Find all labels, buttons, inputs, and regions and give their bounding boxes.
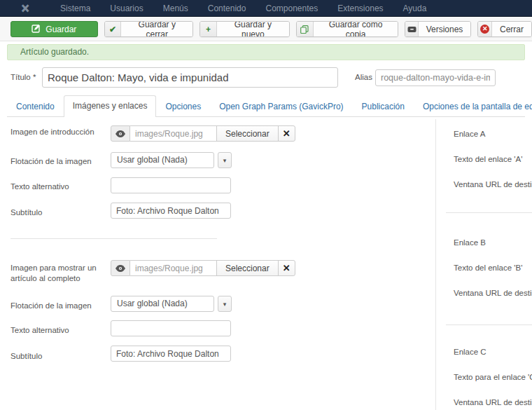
success-alert-message: Artículo guardado. xyxy=(20,47,89,57)
close-label: Cerrar xyxy=(492,22,531,36)
pencil-square-icon xyxy=(31,24,41,35)
full-image-path-input[interactable] xyxy=(130,260,217,276)
intro-image-label: Imagen de introducción xyxy=(10,127,94,137)
links-divider xyxy=(446,212,532,213)
tab-opciones[interactable]: Opciones xyxy=(156,96,210,117)
intro-image-path-input[interactable] xyxy=(130,125,217,142)
intro-image-input-group: Seleccionar ✕ xyxy=(111,125,295,142)
link-b-label: Enlace B xyxy=(454,238,486,247)
edit-toolbar: Guardar ✔ Guardar y cerrar + Guardar y n… xyxy=(0,18,532,41)
link-c-target-label: Ventana URL de destino xyxy=(454,398,532,406)
article-edit-page: ❌︎ Sistema Usuarios Menús Contenido Comp… xyxy=(0,0,532,410)
link-b-target-label: Ventana URL de destino xyxy=(454,289,532,297)
admin-navbar: ❌︎ Sistema Usuarios Menús Contenido Comp… xyxy=(0,0,532,17)
intro-caption-input[interactable] xyxy=(111,203,231,219)
link-b-text-label: Texto del enlace 'B' xyxy=(454,264,522,272)
tab-publicacion[interactable]: Publicación xyxy=(353,96,414,117)
close-button[interactable]: ✕ Cerrar xyxy=(477,21,532,37)
full-caption-label: Subtítulo xyxy=(10,351,42,362)
save-button-label: Guardar xyxy=(46,25,76,34)
joomla-logo-icon[interactable]: ❌︎ xyxy=(0,0,50,17)
save-copy-button[interactable]: Guardar como copia xyxy=(296,21,399,37)
intro-image-select-button[interactable]: Seleccionar xyxy=(216,125,279,142)
link-c-text-label: Texto para el enlace 'C' xyxy=(454,373,532,381)
chevron-down-icon[interactable]: ▾ xyxy=(218,296,232,312)
tab-imagenes-enlaces[interactable]: Imágenes y enlaces xyxy=(64,95,157,117)
full-float-label: Flotación de la imagen xyxy=(10,301,92,311)
menu-sistema[interactable]: Sistema xyxy=(50,0,100,17)
menu-componentes[interactable]: Componentes xyxy=(255,0,328,17)
save-copy-label: Guardar como copia xyxy=(314,22,398,36)
save-close-button[interactable]: ✔ Guardar y cerrar xyxy=(104,21,193,37)
menu-contenido[interactable]: Contenido xyxy=(198,0,256,17)
full-alt-label: Texto alternativo xyxy=(10,325,69,336)
copy-icon xyxy=(297,22,314,36)
alias-label: Alias xyxy=(355,73,372,81)
intro-float-select[interactable]: Usar global (Nada) xyxy=(111,152,214,168)
tab-contenido[interactable]: Contenido xyxy=(7,96,64,117)
save-button[interactable]: Guardar xyxy=(10,21,98,37)
tab-opciones-pantalla[interactable]: Opciones de la pantalla de edición xyxy=(414,96,532,117)
full-image-label: Imagen para mostrar un artículo al compl… xyxy=(10,263,103,284)
full-image-clear-button[interactable]: ✕ xyxy=(278,260,295,276)
links-divider xyxy=(446,324,532,325)
save-close-label: Guardar y cerrar xyxy=(121,22,192,36)
menu-extensiones[interactable]: Extensiones xyxy=(328,0,393,17)
eye-icon xyxy=(111,260,130,276)
tab-open-graph[interactable]: Open Graph Params (GavickPro) xyxy=(210,96,352,117)
intro-caption-label: Subtítulo xyxy=(10,207,42,218)
column-divider xyxy=(435,119,436,410)
intro-image-clear-button[interactable]: ✕ xyxy=(278,125,295,142)
save-new-label: Guardar y nuevo xyxy=(217,22,289,36)
close-circle-icon: ✕ xyxy=(478,22,492,36)
plus-icon: + xyxy=(200,22,217,36)
versions-label: Versiones xyxy=(419,22,471,36)
menu-menus[interactable]: Menús xyxy=(153,0,198,17)
full-alt-input[interactable] xyxy=(111,320,231,336)
link-c-label: Enlace C xyxy=(454,348,486,356)
left-column-divider xyxy=(10,238,217,239)
menu-usuarios[interactable]: Usuarios xyxy=(100,0,153,17)
alias-input[interactable] xyxy=(375,69,496,86)
chevron-down-icon[interactable]: ▾ xyxy=(218,152,232,168)
title-label: Título * xyxy=(10,73,36,81)
full-float-select[interactable]: Usar global (Nada) xyxy=(111,296,214,312)
archive-icon xyxy=(405,22,418,36)
link-a-text-label: Texto del enlace 'A' xyxy=(454,155,522,163)
success-alert: Artículo guardado. xyxy=(7,44,525,60)
eye-icon xyxy=(111,125,130,142)
title-input[interactable] xyxy=(42,67,338,88)
full-caption-input[interactable] xyxy=(111,346,231,362)
link-a-target-label: Ventana URL de destino xyxy=(454,180,532,189)
versions-button[interactable]: Versiones xyxy=(405,21,471,37)
save-new-button[interactable]: + Guardar y nuevo xyxy=(200,21,290,37)
link-a-label: Enlace A xyxy=(454,130,485,138)
full-image-select-button[interactable]: Seleccionar xyxy=(216,260,279,276)
intro-alt-label: Texto alternativo xyxy=(10,182,69,192)
edit-tabs: Contenido Imágenes y enlaces Opciones Op… xyxy=(7,97,525,117)
check-icon: ✔ xyxy=(105,22,122,36)
intro-alt-input[interactable] xyxy=(111,177,231,193)
full-image-input-group: Seleccionar ✕ xyxy=(111,260,295,276)
menu-ayuda[interactable]: Ayuda xyxy=(393,0,437,17)
intro-float-label: Flotación de la imagen xyxy=(10,156,92,167)
